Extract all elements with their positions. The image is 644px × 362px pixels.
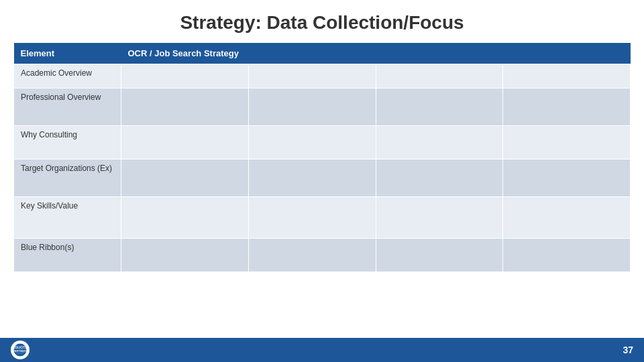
row-cell <box>376 64 503 88</box>
row-cell <box>503 64 631 88</box>
row-cell <box>121 160 249 197</box>
row-cell <box>503 197 631 239</box>
row-cell <box>248 88 376 126</box>
row-label-target: Target Organizations (Ex) <box>14 160 121 197</box>
page-number: 37 <box>623 345 633 355</box>
row-cell <box>248 64 376 88</box>
svg-text:PARTNERS: PARTNERS <box>13 349 28 353</box>
row-cell <box>121 239 249 272</box>
row-cell <box>503 88 631 126</box>
row-cell <box>248 239 376 272</box>
row-cell <box>121 197 249 239</box>
table-row: Academic Overview <box>14 64 631 88</box>
row-label-consulting: Why Consulting <box>14 126 121 160</box>
row-label-academic: Academic Overview <box>14 64 121 88</box>
row-cell <box>376 239 503 272</box>
logo-icon: ANGLICITER PARTNERS <box>11 341 30 359</box>
row-cell <box>376 88 503 126</box>
row-cell <box>376 197 503 239</box>
row-cell <box>248 126 376 160</box>
page-title: Strategy: Data Collection/Focus <box>0 0 644 43</box>
row-cell <box>121 64 249 88</box>
data-table: Element OCR / Job Search Strategy Academ… <box>13 43 631 272</box>
col-header-strategy: OCR / Job Search Strategy <box>121 43 631 64</box>
main-table-container: Element OCR / Job Search Strategy Academ… <box>13 43 631 272</box>
table-row: Key Skills/Value <box>14 197 631 239</box>
row-cell <box>503 239 631 272</box>
table-row: Target Organizations (Ex) <box>14 160 631 197</box>
row-label-professional: Professional Overview <box>14 88 121 126</box>
table-row: Blue Ribbon(s) <box>14 239 631 272</box>
footer-logo: ANGLICITER PARTNERS <box>11 341 30 359</box>
row-label-skills: Key Skills/Value <box>14 197 121 239</box>
row-cell <box>248 160 376 197</box>
table-row: Why Consulting <box>14 126 631 160</box>
row-cell <box>376 160 503 197</box>
row-cell <box>503 160 631 197</box>
row-cell <box>376 126 503 160</box>
row-label-ribbon: Blue Ribbon(s) <box>14 239 121 272</box>
table-row: Professional Overview <box>14 88 631 126</box>
row-cell <box>503 126 631 160</box>
row-cell <box>121 126 249 160</box>
row-cell <box>121 88 249 126</box>
footer: ANGLICITER PARTNERS 37 <box>0 338 644 362</box>
row-cell <box>248 197 376 239</box>
col-header-element: Element <box>14 43 121 64</box>
